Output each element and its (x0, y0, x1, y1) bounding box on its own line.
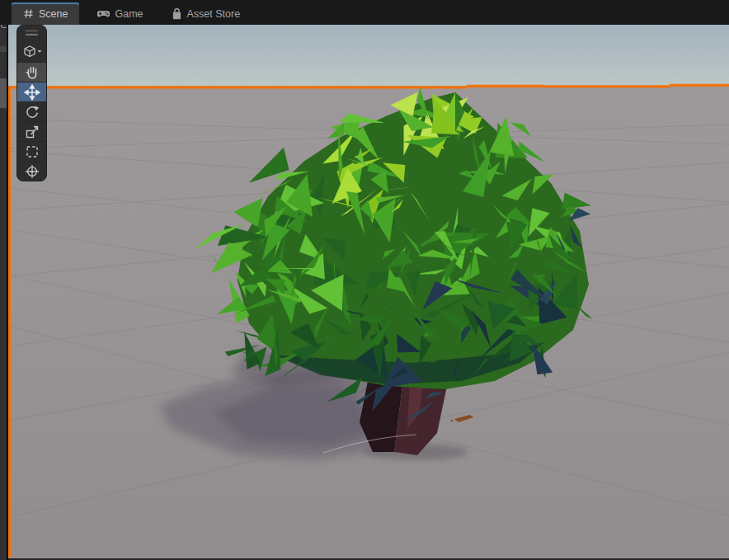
tab-asset-store[interactable]: Asset Store (162, 2, 251, 25)
tab-game[interactable]: Game (87, 2, 153, 25)
grid-icon (23, 8, 34, 19)
tab-asset-store-label: Asset Store (187, 8, 241, 20)
scale-tool-button[interactable] (17, 121, 46, 141)
scene-tools-overlay (16, 25, 47, 181)
gamepad-icon (97, 9, 110, 18)
cube-icon (25, 46, 35, 57)
unity-editor: Scene Game Asset Store (0, 0, 729, 560)
docked-panel-sliver (0, 0, 8, 560)
shopping-bag-icon (172, 8, 182, 20)
transform-icon (26, 165, 39, 178)
rotate-icon (26, 106, 38, 117)
view-options-button[interactable] (17, 40, 46, 62)
tab-scene-label: Scene (39, 8, 68, 20)
move-tool-button[interactable] (17, 82, 46, 101)
rect-tool-button[interactable] (17, 141, 46, 161)
view-pan-tool-button[interactable] (17, 62, 46, 82)
rotate-tool-button[interactable] (17, 101, 46, 121)
rect-icon (27, 147, 37, 157)
overlay-drag-handle[interactable] (17, 26, 46, 40)
tab-scene[interactable]: Scene (12, 2, 79, 25)
chevron-down-icon (37, 50, 41, 53)
sky (8, 25, 729, 89)
transform-tool-button[interactable] (17, 161, 46, 181)
move-icon (25, 85, 40, 100)
scale-icon (26, 126, 37, 137)
tab-game-label: Game (115, 8, 143, 20)
hand-icon (26, 67, 35, 78)
scene-viewport[interactable] (8, 25, 729, 560)
view-tabbar: Scene Game Asset Store (0, 0, 729, 25)
